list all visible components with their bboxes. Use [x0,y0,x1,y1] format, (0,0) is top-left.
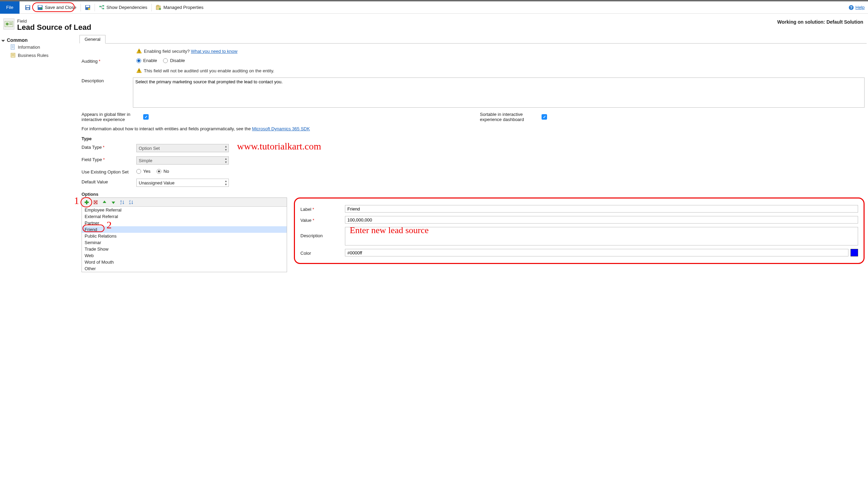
annotation-number-2: 2 [107,219,112,231]
option-item[interactable]: Word of Mouth [82,259,287,265]
move-up-button[interactable] [102,200,107,205]
use-existing-no-radio[interactable]: No [157,169,169,174]
tab-general[interactable]: General [79,35,106,44]
option-item[interactable]: Web [82,252,287,259]
option-item[interactable]: External Referral [82,213,287,220]
audit-entity-warning: This field will not be audited until you… [136,68,274,73]
detail-label-input[interactable] [345,205,858,213]
svg-rect-25 [12,54,14,55]
field-type-select[interactable]: Simple▴▾ [136,156,229,165]
rules-icon [10,52,16,58]
detail-value-label: Value [300,217,345,223]
auditing-label: Auditing [82,58,136,64]
document-icon [10,44,16,50]
radio-label: Yes [143,169,150,174]
option-item[interactable]: Public Relations [82,233,287,239]
svg-rect-32 [85,202,89,203]
chevron-updown-icon: ▴▾ [225,145,226,152]
page-title: Lead Source of Lead [17,23,91,32]
security-warning-text: Enabling field security? [144,49,190,54]
default-value-select[interactable]: Unassigned Value▴▾ [136,179,229,187]
save-as-button[interactable] [82,1,94,14]
svg-text:A: A [129,202,131,205]
svg-rect-12 [157,5,159,6]
sort-desc-button[interactable]: ZA [128,200,134,205]
help-link[interactable]: ? Help [848,5,868,10]
global-filter-checkbox[interactable] [143,114,149,120]
svg-rect-30 [139,72,139,72]
entity-icon [3,19,14,29]
sdk-note-prefix: For information about how to interact wi… [82,126,252,131]
save-as-icon [85,5,90,10]
page-header: Field Lead Source of Lead Working on sol… [0,14,868,34]
option-item[interactable]: Friend [82,226,287,233]
sdk-link[interactable]: Microsoft Dynamics 365 SDK [252,126,310,131]
sidebar-item-information[interactable]: Information [3,43,73,51]
svg-text:?: ? [850,5,853,10]
color-swatch[interactable] [851,249,858,256]
save-icon [25,5,30,10]
show-dependencies-button[interactable]: Show Dependencies [96,1,151,14]
radio-label: Disable [170,58,185,63]
toolbar-separator [151,4,152,11]
svg-point-17 [6,23,9,25]
save-and-close-label: Save and Close [45,5,76,10]
solution-context: Working on solution: Default Solution [777,19,865,25]
description-textarea[interactable]: Select the primary marketing source that… [133,77,865,108]
svg-rect-10 [102,8,104,9]
svg-text:A: A [120,200,122,202]
content-area: General Enabling field security? What yo… [76,34,868,279]
auditing-enable-radio[interactable]: Enable [136,58,157,63]
auditing-disable-radio[interactable]: Disable [163,58,185,63]
toolbar: File Save and Close Show Dependencies Ma… [0,1,868,14]
delete-option-button[interactable] [93,200,98,205]
svg-rect-6 [86,5,89,7]
tab-row: General [79,34,867,44]
detail-color-input[interactable] [345,249,848,256]
use-existing-label: Use Existing Option Set [82,169,136,175]
save-close-icon [37,5,43,10]
svg-rect-27 [139,50,139,52]
option-item[interactable]: Trade Show [82,246,287,252]
use-existing-yes-radio[interactable]: Yes [136,169,150,174]
audit-note-text: This field will not be audited until you… [144,68,274,73]
sidebar-item-label: Information [18,45,40,50]
sidebar-section-common[interactable]: Common [3,37,73,43]
sidebar-item-business-rules[interactable]: Business Rules [3,51,73,59]
managed-properties-button[interactable]: Managed Properties [152,1,207,14]
move-down-button[interactable] [111,200,116,205]
svg-rect-19 [9,24,12,25]
help-label: Help [855,5,865,10]
add-option-button[interactable] [84,200,89,205]
svg-rect-29 [139,70,139,71]
data-type-select[interactable]: Option Set▴▾ [136,144,229,152]
options-panel: AZ ZA Employee ReferralExternal Referral… [82,197,287,272]
option-detail-panel: Label Value Description Color [294,197,865,264]
svg-rect-22 [12,47,14,47]
toolbar-separator [80,4,81,11]
detail-value-input[interactable] [345,216,858,224]
show-dependencies-label: Show Dependencies [107,5,147,10]
save-button[interactable] [20,1,34,14]
select-value: Option Set [139,146,160,151]
sortable-checkbox[interactable] [542,114,547,120]
data-type-label: Data Type [82,144,136,150]
radio-label: Enable [143,58,157,63]
sort-asc-button[interactable]: AZ [120,200,125,205]
detail-color-label: Color [300,250,345,256]
chevron-updown-icon: ▴▾ [225,179,226,186]
file-menu[interactable]: File [0,1,20,14]
option-item[interactable]: Partner [82,220,287,226]
svg-rect-26 [12,55,14,56]
sortable-label: Sortable in interactive experience dashb… [480,112,542,122]
dependencies-icon [99,5,104,10]
option-item[interactable]: Employee Referral [82,207,287,213]
save-and-close-button[interactable]: Save and Close [34,1,80,14]
option-item[interactable]: Seminar [82,239,287,246]
security-link[interactable]: What you need to know [191,49,237,54]
sdk-note: For information about how to interact wi… [82,124,865,133]
toolbar-separator [95,4,95,11]
default-value-label: Default Value [82,179,136,184]
option-item[interactable]: Other [82,265,287,272]
select-value: Simple [139,158,152,163]
